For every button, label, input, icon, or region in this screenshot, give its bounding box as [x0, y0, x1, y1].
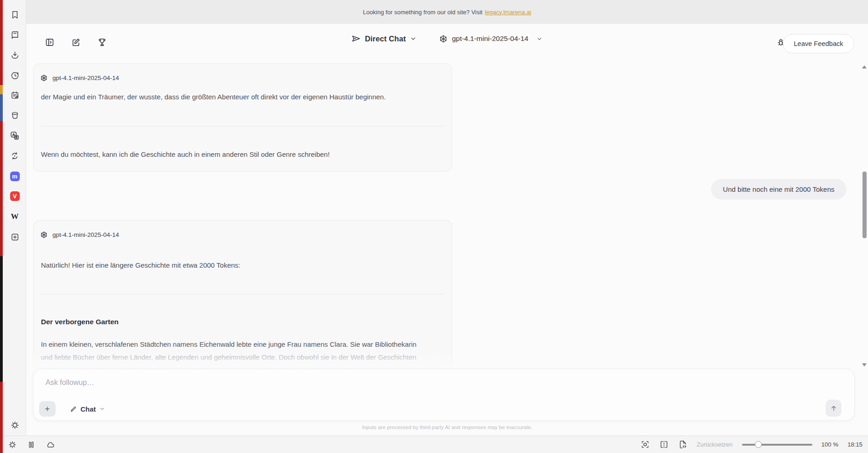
add-attachment-button[interactable] — [39, 401, 56, 417]
send-button[interactable] — [826, 400, 841, 417]
scroll-up-arrow-icon[interactable] — [862, 65, 867, 69]
panel-settings-icon[interactable] — [8, 419, 21, 431]
mastodon-panel-icon[interactable]: m — [8, 170, 21, 183]
model-label: gpt-4.1-mini-2025-04-14 — [452, 34, 528, 43]
mode-label: Direct Chat — [365, 34, 406, 43]
new-chat-button[interactable] — [68, 34, 84, 50]
banner-text: Looking for something from our old site?… — [363, 9, 483, 16]
bookmarks-icon[interactable] — [8, 8, 21, 21]
chat-mode-label: Chat — [80, 405, 96, 413]
mastodon-logo: m — [10, 172, 20, 181]
tiling-toggle-icon[interactable] — [659, 440, 669, 449]
message-divider — [40, 294, 445, 294]
notes-icon[interactable] — [8, 89, 21, 102]
user-message-text: Und bitte noch eine mit 2000 Tokens — [723, 185, 834, 193]
chevron-down-icon — [409, 35, 417, 42]
message-divider — [40, 126, 445, 126]
message-model-name: gpt-4.1-mini-2025-04-14 — [52, 231, 119, 238]
leave-feedback-label: Leave Feedback — [794, 40, 843, 47]
sidebar-toggle-button[interactable] — [42, 34, 57, 50]
followup-input[interactable] — [46, 378, 736, 387]
history-icon[interactable] — [8, 69, 21, 82]
chevron-down-icon — [536, 35, 543, 42]
plus-icon — [43, 405, 52, 413]
compose-icon — [71, 37, 81, 47]
message-model-name: gpt-4.1-mini-2025-04-14 — [52, 75, 119, 81]
trophy-icon — [97, 37, 107, 47]
arrow-up-icon — [829, 404, 838, 413]
zoom-level-value: 100 % — [822, 441, 839, 448]
ai-disclaimer: Inputs are processed by third-party AI a… — [26, 424, 868, 430]
zoom-slider-knob[interactable] — [755, 441, 762, 448]
openai-logo-icon — [439, 34, 448, 43]
user-message-bubble: Und bitte noch eine mit 2000 Tokens — [711, 179, 846, 200]
legacy-site-banner: Looking for something from our old site?… — [26, 0, 868, 24]
assistant-paragraph: Natürlich! Hier ist eine längere Geschic… — [41, 261, 444, 269]
zoom-slider-track[interactable] — [742, 444, 812, 446]
translate-icon[interactable] — [8, 129, 21, 142]
app-header: Direct Chat gpt-4.1-mini-2025-04-14 Leav… — [26, 24, 868, 53]
mode-selector[interactable]: Direct Chat — [351, 34, 417, 44]
scrollbar-thumb[interactable] — [862, 172, 867, 238]
vivaldi-logo: V — [10, 191, 20, 201]
openai-logo-icon — [40, 74, 48, 82]
scroll-down-arrow-icon[interactable] — [862, 363, 867, 367]
sessions-icon[interactable] — [8, 109, 21, 121]
assistant-paragraph: der Magie und ein Träumer, der wusste, d… — [41, 93, 444, 101]
zoom-slider[interactable] — [742, 441, 812, 448]
story-line: und liebte Bücher über ferne Länder, alt… — [41, 353, 444, 361]
clock: 18:15 — [847, 441, 862, 448]
capture-page-icon[interactable] — [640, 440, 650, 449]
chevron-down-icon — [99, 406, 105, 412]
assistant-message-card: gpt-4.1-mini-2025-04-14 der Magie und ei… — [33, 63, 452, 172]
vivaldi-panel-icon[interactable]: V — [8, 189, 21, 202]
downloads-icon[interactable] — [8, 49, 21, 62]
browser-status-bar: Zurücksetzen 100 % 18:15 — [3, 436, 868, 453]
wikipedia-logo: W — [11, 212, 19, 221]
add-web-panel-icon[interactable] — [8, 230, 21, 243]
pencil-icon — [69, 405, 77, 413]
assistant-paragraph: Wenn du möchtest, kann ich die Geschicht… — [41, 150, 444, 158]
direct-chat-icon — [351, 34, 361, 44]
sidebar-toggle-icon — [45, 37, 55, 47]
model-selector[interactable]: gpt-4.1-mini-2025-04-14 — [439, 34, 543, 43]
wikipedia-panel-icon[interactable]: W — [8, 210, 21, 223]
browser-page: Looking for something from our old site?… — [26, 0, 868, 436]
leave-feedback-button[interactable]: Leave Feedback — [783, 34, 854, 53]
sync-cloud-icon[interactable] — [46, 440, 55, 449]
assistant-message-card: gpt-4.1-mini-2025-04-14 Natürlich! Hier … — [33, 220, 452, 385]
composer: Chat — [33, 369, 855, 421]
page-actions-icon[interactable] — [678, 440, 688, 449]
browser-side-panel: m V W — [3, 0, 26, 436]
leaderboard-button[interactable] — [94, 34, 110, 50]
page-scrollbar[interactable] — [861, 55, 868, 370]
openai-logo-icon — [40, 231, 48, 239]
story-line: In einem kleinen, verschlafenen Städtche… — [41, 340, 444, 348]
reading-list-icon[interactable] — [8, 29, 21, 41]
zoom-reset-button[interactable]: Zurücksetzen — [697, 441, 733, 448]
story-title: Der verborgene Garten — [41, 318, 444, 326]
legacy-site-link[interactable]: legacy.lmarena.ai — [485, 9, 531, 16]
pause-animations-icon[interactable] — [27, 440, 36, 449]
chat-mode-dropdown[interactable]: Chat — [66, 401, 109, 417]
settings-gear-icon[interactable] — [8, 440, 17, 449]
feeds-icon[interactable] — [8, 149, 21, 162]
